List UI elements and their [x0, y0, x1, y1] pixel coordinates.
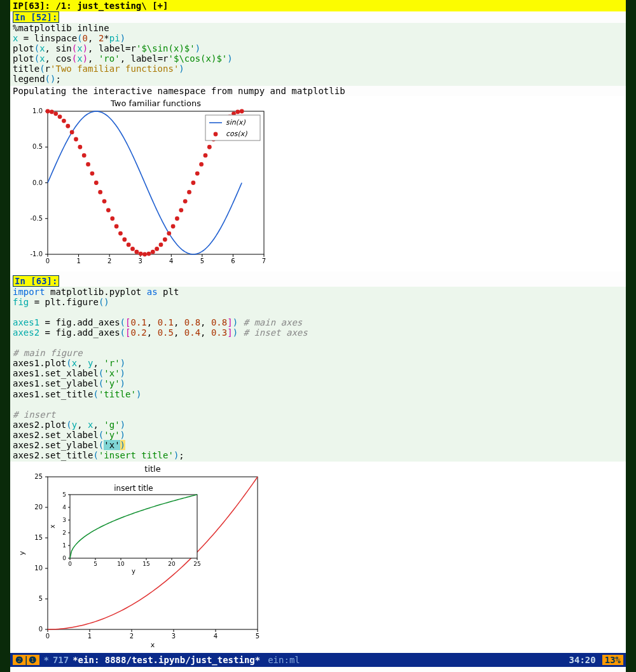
svg-text:0.0: 0.0	[32, 179, 43, 186]
major-mode: ein:ml	[268, 655, 300, 665]
svg-text:0: 0	[46, 633, 50, 640]
svg-point-57	[163, 237, 167, 242]
svg-point-65	[195, 171, 200, 175]
svg-rect-110	[70, 495, 197, 558]
cell-2[interactable]: In [63]: import matplotlib.pyplot as plt…	[10, 275, 626, 654]
minibuffer[interactable]	[10, 667, 626, 672]
output-text-1: Populating the interactive namespace fro…	[10, 86, 626, 96]
svg-point-48	[127, 242, 131, 247]
svg-point-32	[62, 118, 66, 123]
plot-1: Two familiar functions01234567-1.0-0.50.…	[10, 96, 626, 271]
svg-point-38	[86, 162, 90, 167]
svg-text:y: y	[132, 568, 135, 575]
svg-point-45	[114, 224, 119, 228]
svg-point-40	[94, 181, 99, 185]
svg-point-56	[159, 242, 163, 247]
svg-point-75	[235, 109, 240, 114]
svg-text:Two familiar functions: Two familiar functions	[110, 99, 201, 108]
svg-text:10: 10	[117, 561, 125, 567]
svg-point-63	[187, 189, 191, 194]
svg-text:5: 5	[256, 633, 259, 640]
svg-point-43	[106, 208, 111, 212]
cell-1[interactable]: In [52]: %matplotlib inline x = linspace…	[10, 11, 626, 271]
svg-text:1.0: 1.0	[32, 107, 43, 114]
svg-point-37	[82, 153, 86, 158]
svg-point-59	[171, 224, 176, 228]
svg-point-34	[70, 130, 74, 134]
svg-text:4: 4	[214, 633, 218, 640]
svg-text:7: 7	[262, 257, 266, 264]
svg-text:2: 2	[107, 257, 111, 264]
svg-text:-0.5: -0.5	[30, 214, 43, 221]
svg-point-31	[58, 114, 62, 119]
mode-line: ❷|❶ * 717 *ein: 8888/test.ipynb/just_tes…	[10, 653, 626, 667]
svg-point-54	[151, 249, 155, 254]
svg-point-33	[66, 123, 70, 128]
svg-point-47	[122, 237, 127, 242]
svg-text:25: 25	[34, 473, 43, 480]
svg-point-42	[102, 199, 107, 203]
svg-text:15: 15	[142, 561, 149, 567]
svg-text:insert title: insert title	[114, 484, 153, 493]
svg-text:5: 5	[200, 257, 204, 264]
chart-2: title0123450510152025xyinsert title05101…	[13, 464, 267, 648]
svg-text:0: 0	[39, 626, 43, 633]
svg-text:x: x	[151, 641, 155, 648]
svg-text:20: 20	[168, 561, 176, 567]
svg-text:1: 1	[76, 257, 80, 264]
plot-2: title0123450510152025xyinsert title05101…	[10, 462, 626, 653]
chart-1: Two familiar functions01234567-1.0-0.50.…	[13, 99, 267, 267]
svg-text:3: 3	[172, 633, 176, 640]
svg-text:4: 4	[169, 257, 173, 264]
svg-text:10: 10	[34, 565, 43, 572]
svg-text:0: 0	[62, 555, 66, 561]
code-area-2[interactable]: import matplotlib.pyplot as plt fig = pl…	[10, 287, 626, 462]
svg-point-68	[207, 144, 212, 149]
svg-point-46	[118, 231, 123, 235]
cell-prompt: In [63]:	[13, 275, 59, 287]
svg-point-62	[183, 199, 188, 203]
svg-point-50	[134, 249, 139, 254]
svg-text:0.5: 0.5	[32, 143, 43, 150]
title-bar: IP[63]: /1: just_testing\ [+]	[10, 0, 626, 11]
svg-text:15: 15	[34, 534, 43, 541]
svg-point-51	[139, 251, 143, 256]
scroll-percent: 13%	[602, 655, 623, 665]
editor-frame: IP[63]: /1: just_testing\ [+] In [52]: %…	[10, 0, 626, 672]
svg-point-67	[204, 153, 208, 158]
svg-point-55	[155, 247, 159, 251]
svg-point-28	[46, 109, 50, 113]
svg-text:0: 0	[68, 561, 72, 567]
svg-point-30	[53, 111, 58, 116]
svg-text:4: 4	[62, 504, 66, 511]
cursor-position: 34:20	[569, 655, 596, 665]
svg-point-61	[179, 208, 183, 212]
svg-point-39	[90, 171, 95, 175]
svg-text:x: x	[49, 525, 56, 528]
svg-text:0: 0	[46, 257, 50, 264]
svg-text:2: 2	[62, 530, 66, 536]
svg-text:-1.0: -1.0	[30, 250, 43, 257]
svg-point-80	[214, 132, 218, 136]
svg-text:6: 6	[231, 257, 235, 264]
svg-text:cos(x): cos(x)	[226, 130, 247, 138]
code-area-1[interactable]: %matplotlib inline x = linspace(0, 2*pi)…	[10, 23, 626, 86]
svg-text:3: 3	[139, 257, 142, 264]
svg-text:2: 2	[130, 633, 134, 640]
svg-text:20: 20	[34, 504, 43, 511]
svg-point-44	[110, 216, 114, 221]
svg-point-58	[167, 231, 171, 235]
window-count-badge: ❷|❶	[13, 655, 39, 665]
svg-text:1: 1	[88, 633, 92, 640]
svg-text:sin(x): sin(x)	[226, 118, 246, 127]
line-number: 717	[53, 655, 69, 665]
svg-point-76	[240, 109, 244, 113]
svg-point-41	[98, 189, 102, 194]
buffer-name: *ein: 8888/test.ipynb/just_testing*	[73, 655, 260, 665]
svg-text:title: title	[144, 464, 160, 474]
svg-point-64	[191, 181, 195, 185]
svg-point-29	[50, 109, 54, 114]
svg-point-35	[74, 137, 78, 141]
svg-point-36	[78, 144, 82, 149]
cell-prompt: In [52]:	[13, 11, 59, 23]
